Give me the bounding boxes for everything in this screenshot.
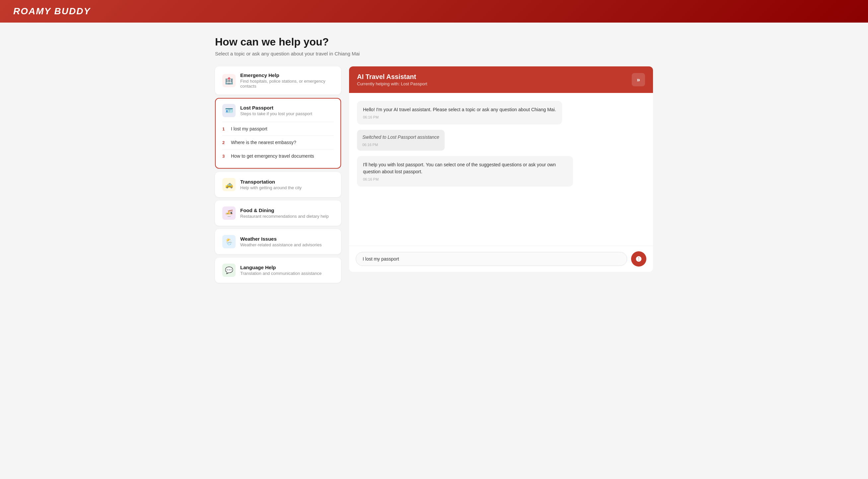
topic-text-transportation: TransportationHelp with getting around t…	[240, 179, 302, 190]
topic-title-food: Food & Dining	[240, 207, 329, 213]
topic-icon-lost-passport: 🪪	[222, 104, 236, 117]
message-bubble-3: I'll help you with lost passport. You ca…	[357, 156, 573, 186]
topic-desc-language: Translation and communication assistance	[240, 271, 321, 276]
topic-card-header: 🪪Lost PassportSteps to take if you lost …	[222, 104, 334, 117]
suggested-question-1[interactable]: 1I lost my passport	[222, 122, 334, 136]
question-text: I lost my passport	[231, 126, 268, 131]
content-row: 🏥Emergency HelpFind hospitals, police st…	[215, 66, 653, 283]
chat-input[interactable]	[356, 252, 627, 266]
message-text-3: I'll help you with lost passport. You ca…	[363, 161, 567, 175]
chat-area: AI Travel Assistant Currently helping wi…	[349, 66, 653, 272]
topic-title-transportation: Transportation	[240, 179, 302, 185]
topic-desc-food: Restaurant recommendations and dietary h…	[240, 214, 329, 219]
topic-text-weather: Weather IssuesWeather-related assistance…	[240, 236, 321, 247]
topic-card-header: 🏥Emergency HelpFind hospitals, police st…	[222, 72, 334, 89]
chat-header-text: AI Travel Assistant Currently helping wi…	[357, 73, 427, 86]
topic-icon-language: 💬	[222, 264, 236, 277]
topic-desc-emergency: Find hospitals, police stations, or emer…	[240, 79, 334, 89]
question-number: 1	[222, 126, 228, 131]
topic-card-emergency[interactable]: 🏥Emergency HelpFind hospitals, police st…	[215, 66, 341, 95]
question-number: 3	[222, 154, 228, 159]
topic-card-lost-passport[interactable]: 🪪Lost PassportSteps to take if you lost …	[215, 98, 341, 169]
topic-icon-transportation: 🚕	[222, 178, 236, 191]
page-subtitle: Select a topic or ask any question about…	[215, 51, 653, 56]
topic-title-emergency: Emergency Help	[240, 72, 334, 78]
topic-title-weather: Weather Issues	[240, 236, 321, 242]
topic-title-lost-passport: Lost Passport	[240, 105, 312, 111]
app-logo: ROAMY BUDDY	[13, 6, 91, 17]
topic-desc-lost-passport: Steps to take if you lost your passport	[240, 111, 312, 116]
topic-card-header: 🌦️Weather IssuesWeather-related assistan…	[222, 235, 334, 248]
topic-icon-emergency: 🏥	[222, 74, 236, 87]
chat-title: AI Travel Assistant	[357, 73, 427, 81]
suggested-questions: 1I lost my passport2Where is the nearest…	[222, 122, 334, 163]
header: ROAMY BUDDY	[0, 0, 868, 23]
question-text: How to get emergency travel documents	[231, 153, 314, 159]
suggested-question-3[interactable]: 3How to get emergency travel documents	[222, 149, 334, 163]
message-bubble-1: Hello! I'm your AI travel assistant. Ple…	[357, 101, 562, 124]
topic-text-language: Language HelpTranslation and communicati…	[240, 265, 321, 276]
chat-header: AI Travel Assistant Currently helping wi…	[349, 66, 653, 93]
topic-card-language[interactable]: 💬Language HelpTranslation and communicat…	[215, 258, 341, 283]
topic-card-header: 🚕TransportationHelp with getting around …	[222, 178, 334, 191]
topic-card-weather[interactable]: 🌦️Weather IssuesWeather-related assistan…	[215, 229, 341, 254]
topic-icon-food: 🍜	[222, 207, 236, 220]
topic-card-food[interactable]: 🍜Food & DiningRestaurant recommendations…	[215, 201, 341, 226]
message-bubble-2: Switched to Lost Passport assistance06:1…	[357, 130, 445, 151]
topic-card-header: 💬Language HelpTranslation and communicat…	[222, 264, 334, 277]
question-number: 2	[222, 140, 228, 145]
chat-expand-button[interactable]: »	[632, 73, 645, 86]
chat-input-area	[349, 246, 653, 272]
question-text: Where is the nearest embassy?	[231, 140, 296, 145]
topic-card-header: 🍜Food & DiningRestaurant recommendations…	[222, 207, 334, 220]
message-time-1: 06:16 PM	[363, 115, 556, 119]
topic-text-emergency: Emergency HelpFind hospitals, police sta…	[240, 72, 334, 89]
topic-title-language: Language Help	[240, 265, 321, 270]
topic-text-food: Food & DiningRestaurant recommendations …	[240, 207, 329, 219]
message-text-2: Switched to Lost Passport assistance	[362, 134, 439, 141]
send-button[interactable]	[631, 251, 646, 267]
topic-desc-transportation: Help with getting around the city	[240, 185, 302, 190]
message-time-3: 06:16 PM	[363, 177, 567, 181]
topic-text-lost-passport: Lost PassportSteps to take if you lost y…	[240, 105, 312, 116]
sidebar: 🏥Emergency HelpFind hospitals, police st…	[215, 66, 341, 283]
suggested-question-2[interactable]: 2Where is the nearest embassy?	[222, 136, 334, 149]
message-time-2: 06:16 PM	[362, 143, 439, 147]
send-icon	[636, 256, 642, 262]
chat-messages: Hello! I'm your AI travel assistant. Ple…	[349, 93, 653, 246]
topic-desc-weather: Weather-related assistance and advisorie…	[240, 242, 321, 247]
page-title: How can we help you?	[215, 36, 653, 48]
topic-card-transportation[interactable]: 🚕TransportationHelp with getting around …	[215, 172, 341, 197]
message-text-1: Hello! I'm your AI travel assistant. Ple…	[363, 106, 556, 113]
chat-subtitle: Currently helping with: Lost Passport	[357, 81, 427, 86]
main-container: How can we help you? Select a topic or a…	[202, 23, 666, 290]
topic-icon-weather: 🌦️	[222, 235, 236, 248]
